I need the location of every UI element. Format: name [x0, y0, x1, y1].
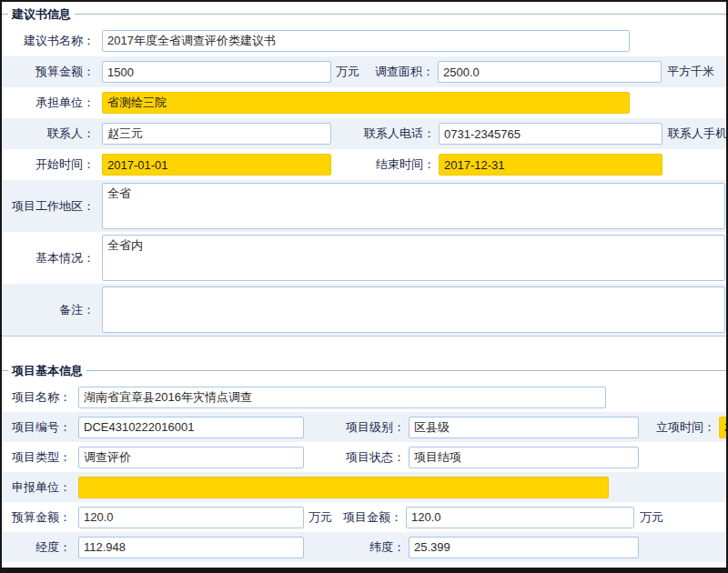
- work-area-textarea[interactable]: 全省: [102, 183, 725, 229]
- project-budget-row: 预算金额： 万元 项目金额： 万元: [2, 502, 726, 532]
- proposal-name-label: 建议书名称：: [2, 33, 95, 49]
- budget-input[interactable]: [102, 61, 331, 83]
- project-name-label: 项目名称：: [2, 389, 71, 406]
- project-section-title: 项目基本信息: [8, 363, 86, 379]
- project-name-input[interactable]: [78, 387, 606, 408]
- undertaker-label: 承担单位：: [2, 95, 95, 111]
- proposal-name-row: 建议书名称：: [2, 25, 726, 56]
- longitude-label: 经度：: [2, 539, 71, 556]
- declare-unit-label: 申报单位：: [2, 479, 71, 496]
- remark-row: 备注：: [2, 284, 726, 336]
- project-budget-label: 预算金额：: [2, 509, 71, 526]
- project-status-input[interactable]: [409, 447, 639, 468]
- survey-area-label: 调查面积：: [359, 64, 434, 80]
- end-time-label: 结束时间：: [331, 156, 435, 173]
- start-time-input[interactable]: [102, 154, 331, 176]
- contact-phone-label: 联系人电话：: [331, 126, 435, 142]
- work-area-row: 项目工作地区： 全省: [2, 180, 726, 232]
- proposal-name-input[interactable]: [102, 30, 630, 52]
- contact-phone-input[interactable]: [439, 123, 662, 145]
- basic-info-row: 基本情况： 全省内: [2, 232, 726, 284]
- coordinates-row: 经度： 纬度：: [2, 532, 726, 562]
- end-time-input[interactable]: [439, 154, 662, 176]
- project-level-input[interactable]: [409, 417, 639, 438]
- longitude-input[interactable]: [78, 537, 304, 558]
- project-amount-input[interactable]: [406, 507, 634, 528]
- project-section: 项目基本信息 项目名称： 项目编号： 项目级别： 立项时间： 项目类型： 项目状…: [2, 358, 726, 562]
- declare-unit-input[interactable]: [78, 477, 609, 498]
- project-budget-unit: 万元: [308, 509, 332, 526]
- project-type-row: 项目类型： 项目状态：: [2, 442, 726, 472]
- time-row: 开始时间： 结束时间：: [2, 149, 726, 180]
- approval-time-label: 立项时间：: [639, 419, 715, 436]
- start-time-label: 开始时间：: [2, 156, 95, 173]
- contact-label: 联系人：: [2, 126, 95, 142]
- project-budget-input[interactable]: [78, 507, 304, 528]
- project-amount-unit: 万元: [640, 509, 663, 526]
- work-area-label: 项目工作地区：: [2, 198, 95, 215]
- project-code-input[interactable]: [78, 417, 304, 438]
- basic-info-textarea[interactable]: 全省内: [102, 235, 725, 281]
- project-section-header: 项目基本信息: [2, 358, 726, 382]
- project-code-label: 项目编号：: [2, 419, 71, 436]
- declare-unit-row: 申报单位：: [2, 472, 726, 502]
- latitude-label: 纬度：: [304, 539, 405, 556]
- proposal-section: 建议书信息 建议书名称： 预算金额： 万元 调查面积： 平方千米 承担单位： 联…: [2, 2, 726, 337]
- remark-label: 备注：: [2, 302, 95, 318]
- latitude-input[interactable]: [409, 537, 639, 558]
- proposal-section-title: 建议书信息: [8, 6, 75, 23]
- remark-textarea[interactable]: [102, 286, 725, 333]
- project-level-label: 项目级别：: [304, 419, 405, 436]
- undertaker-input[interactable]: [102, 92, 630, 114]
- contact-row: 联系人： 联系人电话： 联系人手机: [2, 118, 726, 149]
- budget-area-row: 预算金额： 万元 调查面积： 平方千米: [2, 56, 726, 87]
- budget-unit: 万元: [336, 64, 359, 80]
- proposal-section-header: 建议书信息: [2, 2, 726, 25]
- project-amount-label: 项目金额：: [332, 509, 402, 526]
- survey-area-unit: 平方千米: [667, 64, 714, 80]
- project-type-input[interactable]: [78, 447, 304, 468]
- budget-label: 预算金额：: [2, 64, 95, 80]
- approval-time-input[interactable]: [719, 417, 726, 438]
- project-status-label: 项目状态：: [304, 449, 405, 466]
- project-form-page: 建议书信息 建议书名称： 预算金额： 万元 调查面积： 平方千米 承担单位： 联…: [0, 0, 728, 573]
- basic-info-label: 基本情况：: [2, 250, 95, 266]
- undertaker-row: 承担单位：: [2, 87, 726, 118]
- project-type-label: 项目类型：: [2, 449, 71, 466]
- project-code-row: 项目编号： 项目级别： 立项时间：: [2, 412, 726, 442]
- contact-mobile-label: 联系人手机: [668, 126, 726, 142]
- contact-input[interactable]: [102, 123, 331, 145]
- survey-area-input[interactable]: [438, 61, 662, 83]
- project-name-row: 项目名称：: [2, 382, 726, 412]
- section-divider: [2, 337, 726, 358]
